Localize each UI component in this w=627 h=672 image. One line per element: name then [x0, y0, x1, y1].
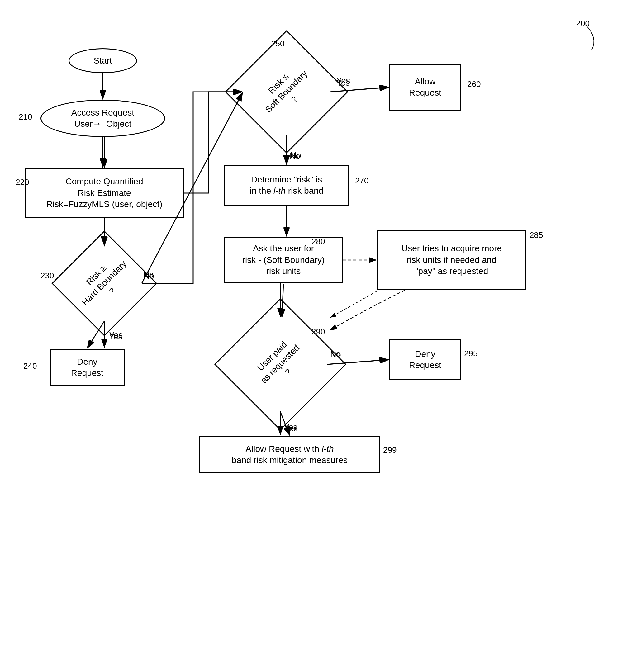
ref-299: 299 — [383, 445, 396, 455]
node-299: Allow Request with l-thband risk mitigat… — [199, 436, 380, 473]
node-230-container: Risk ≥Hard Boundary? — [67, 246, 142, 321]
svg-text:Yes: Yes — [284, 424, 298, 433]
node-260-label: AllowRequest — [409, 76, 441, 99]
node-240-label: DenyRequest — [71, 356, 103, 379]
node-230-label: Risk ≥Hard Boundary? — [72, 251, 137, 316]
ref-230: 230 — [41, 271, 54, 281]
node-270: Determine "risk" isin the l-th risk band — [224, 165, 349, 206]
ref-280: 280 — [311, 237, 325, 246]
start-label: Start — [93, 55, 112, 66]
flowchart-diagram: 200 Start Access RequestUser→ Object 210… — [0, 0, 627, 672]
node-210-label: Access RequestUser→ Object — [71, 107, 134, 130]
node-210: Access RequestUser→ Object — [41, 100, 165, 137]
node-285: User tries to acquire morerisk units if … — [377, 231, 527, 290]
node-220-label: Compute QuantifiedRisk EstimateRisk=Fuzz… — [46, 176, 163, 210]
start-node: Start — [69, 48, 137, 73]
ref-290: 290 — [311, 327, 325, 337]
node-240: DenyRequest — [50, 349, 124, 386]
node-280-label: Ask the user forrisk - (Soft Boundary)ri… — [242, 243, 325, 277]
node-250-label: Risk ≤Soft Boundary? — [255, 61, 318, 124]
svg-text:No: No — [290, 151, 301, 160]
node-285-label: User tries to acquire morerisk units if … — [401, 243, 502, 277]
node-295: DenyRequest — [389, 339, 461, 380]
node-260: AllowRequest — [389, 64, 461, 111]
ref-220: 220 — [16, 177, 29, 187]
node-295-label: DenyRequest — [409, 349, 441, 371]
svg-text:Yes: Yes — [109, 330, 123, 340]
ref-210: 210 — [19, 112, 32, 122]
node-270-label: Determine "risk" isin the l-th risk band — [250, 174, 324, 197]
node-250-container: Risk ≤Soft Boundary? — [243, 48, 330, 136]
svg-line-15 — [330, 291, 377, 318]
ref-270: 270 — [355, 176, 369, 186]
svg-text:Yes: Yes — [109, 332, 122, 341]
node-220: Compute QuantifiedRisk EstimateRisk=Fuzz… — [25, 168, 184, 218]
ref-260: 260 — [467, 79, 481, 89]
node-290-label: User paidas requested? — [250, 334, 310, 394]
ref-250: 250 — [271, 39, 284, 49]
ref-295: 295 — [464, 349, 478, 358]
node-299-label: Allow Request with l-thband risk mitigat… — [232, 443, 348, 466]
ref-200: 200 — [576, 19, 589, 28]
svg-text:No: No — [290, 151, 300, 161]
ref-285: 285 — [530, 231, 543, 240]
ref-240: 240 — [23, 361, 37, 371]
